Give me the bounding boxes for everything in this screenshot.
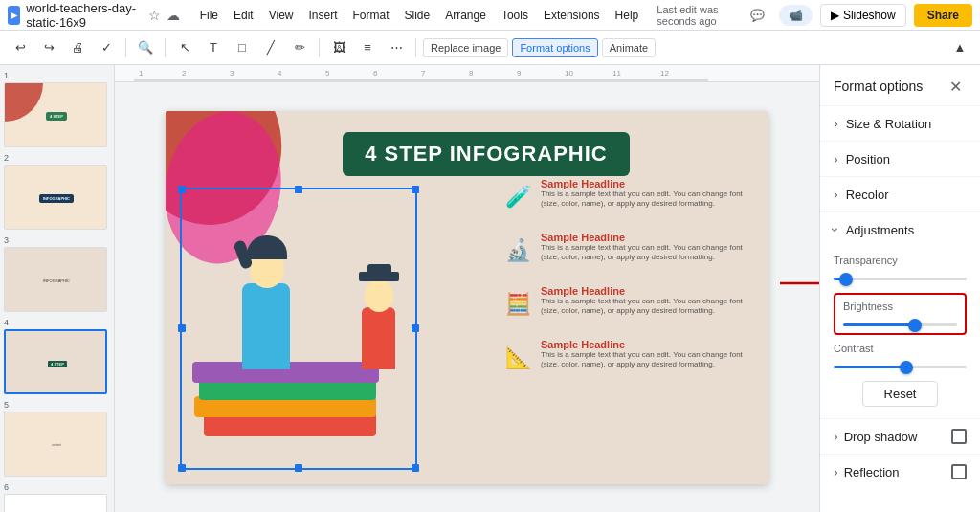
handle-left-mid[interactable] [178,324,186,332]
comment-button[interactable]: 💬 [745,2,771,29]
drop-shadow-section: › Drop shadow [820,419,980,455]
line-button[interactable]: ╱ [258,35,283,60]
main-area: 1 4 STEP 2 INFOGRAPHIC 3 INFOGRAPHIC [0,65,980,512]
format-options-button[interactable]: Format options [512,38,597,57]
menu-file[interactable]: File [193,6,225,25]
brightness-label: Brightness [843,301,957,312]
svg-text:11: 11 [612,69,621,78]
handle-top-right[interactable] [412,186,419,193]
menu-format[interactable]: Format [345,6,395,25]
svg-text:7: 7 [421,69,426,78]
sep2 [165,38,166,57]
slide-thumb-2[interactable]: 2 INFOGRAPHIC [4,153,110,230]
position-label: Position [846,152,890,167]
drop-shadow-checkbox[interactable] [951,429,967,444]
adjustments-header[interactable]: › Adjustments [820,212,980,247]
reflection-section: › Reflection [820,455,980,489]
handle-top-mid[interactable] [295,186,302,193]
selected-image-box[interactable] [180,188,417,470]
zoom-button[interactable]: 🔍 [133,35,158,60]
position-header[interactable]: › Position [820,142,980,176]
doc-title[interactable]: world-teachers-day-static-16x9 [26,1,138,30]
svg-text:5: 5 [325,69,330,78]
reflection-row[interactable]: › Reflection [834,464,899,479]
reflection-checkbox[interactable] [951,464,967,479]
last-edit: Last edit was seconds ago [657,4,739,27]
drop-shadow-row[interactable]: › Drop shadow [834,429,917,444]
red-arrow-indicator [775,269,819,301]
slide-thumb-6[interactable]: 6 INFOGRAPHIC [4,482,110,512]
menu-help[interactable]: Help [609,6,646,25]
format-panel-header: Format options ✕ [820,65,980,106]
step-icon-4: 📐 [502,339,533,377]
undo-button[interactable]: ↩ [8,35,33,60]
collapse-button[interactable]: ▲ [947,35,972,60]
menu-tools[interactable]: Tools [495,6,535,25]
canvas-area: 123 456 789 101112 4 STEP INFOGRAPHIC [115,65,819,512]
animate-button[interactable]: Animate [602,38,656,57]
menu-bar: File Edit View Insert Format Slide Arran… [193,6,646,25]
size-rotation-header[interactable]: › Size & Rotation [820,106,980,141]
format-panel-close[interactable]: ✕ [944,75,967,98]
step-icon-2: 🔬 [502,232,533,270]
reflection-chevron: › [834,464,838,479]
pen-button[interactable]: ✏ [287,35,312,60]
reset-button[interactable]: Reset [862,381,939,407]
recolor-label: Recolor [846,188,889,202]
slideshow-button[interactable]: ▶ Slideshow [820,4,906,27]
step-item-1: 🧪 Sample Headline This is a sample text … [502,178,761,216]
svg-text:10: 10 [565,69,573,78]
toolbar: ↩ ↪ 🖨 ✓ 🔍 ↖ T □ ╱ ✏ 🖼 ≡ ⋯ Replace image … [0,31,980,65]
svg-text:4: 4 [278,69,282,78]
menu-arrange[interactable]: Arrange [438,6,493,25]
position-chevron: › [834,151,838,167]
transparency-slider-wrap [834,270,967,283]
replace-image-button[interactable]: Replace image [423,38,508,57]
menu-extensions[interactable]: Extensions [537,6,607,25]
spell-check-button[interactable]: ✓ [94,35,119,60]
step-text-2: Sample Headline This is a sample text th… [541,232,761,263]
menu-view[interactable]: View [262,6,301,25]
svg-text:8: 8 [469,69,474,78]
recolor-chevron: › [834,187,838,202]
menu-edit[interactable]: Edit [227,6,260,25]
print-button[interactable]: 🖨 [65,35,90,60]
brightness-slider[interactable] [843,323,957,326]
meet-button[interactable]: 📹 [779,5,813,26]
transparency-slider[interactable] [834,278,967,280]
text-button[interactable]: T [201,35,226,60]
handle-bottom-mid[interactable] [295,464,302,472]
handle-bottom-right[interactable] [412,464,419,472]
shape-button[interactable]: □ [230,35,255,60]
svg-text:6: 6 [373,69,378,78]
image-button[interactable]: 🖼 [326,35,351,60]
slide-canvas: 4 STEP INFOGRAPHIC [166,111,768,484]
handle-bottom-left[interactable] [178,464,186,472]
slide-thumb-5[interactable]: 5 content [4,400,110,477]
svg-text:3: 3 [230,69,234,78]
slide-thumb-1[interactable]: 1 4 STEP [4,71,110,147]
svg-text:12: 12 [660,69,669,78]
menu-insert[interactable]: Insert [301,6,344,25]
menu-slide[interactable]: Slide [398,6,437,25]
cursor-button[interactable]: ↖ [172,35,197,60]
slide-title: 4 STEP INFOGRAPHIC [358,142,614,167]
more-button[interactable]: ⋯ [384,35,409,60]
app-icon: ▶ [8,6,20,25]
size-rotation-label: Size & Rotation [846,117,932,131]
handle-right-mid[interactable] [412,324,419,332]
handle-top-left[interactable] [178,186,186,193]
slide-thumb-3[interactable]: 3 INFOGRAPHIC [4,235,110,312]
contrast-slider[interactable] [834,366,967,368]
sep4 [415,38,416,57]
recolor-header[interactable]: › Recolor [820,177,980,211]
slide-thumb-4[interactable]: 4 4 STEP [4,318,110,394]
share-button[interactable]: Share [914,4,972,27]
adjustments-content: Transparency Brightness Contrast Reset [820,247,980,418]
step-text-3: Sample Headline This is a sample text th… [541,285,761,317]
recolor-section: › Recolor [820,177,980,212]
adjustments-chevron: › [828,228,843,233]
align-button[interactable]: ≡ [355,35,380,60]
redo-button[interactable]: ↪ [36,35,61,60]
star-icon[interactable]: ☆ [148,8,161,23]
